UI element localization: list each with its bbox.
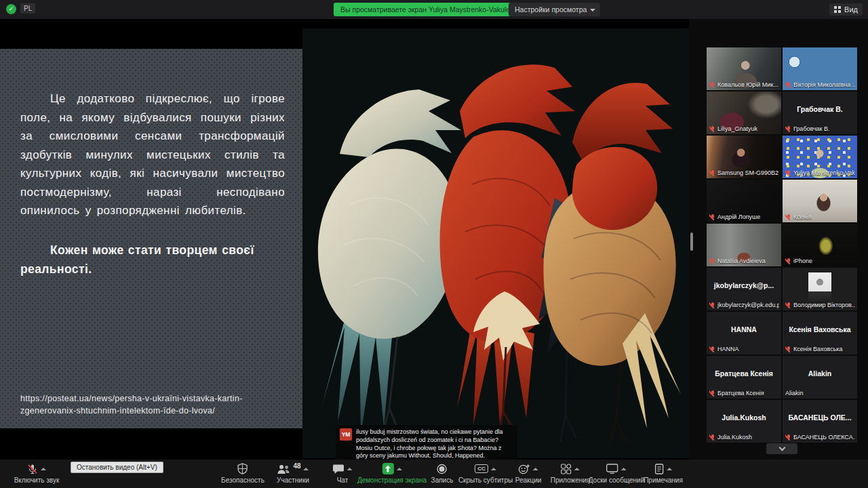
chevron-down-icon <box>590 9 595 12</box>
chevron-up-icon <box>574 468 580 470</box>
slide-roosters-image <box>302 28 689 458</box>
mic-muted-icon <box>785 302 791 308</box>
notes-icon <box>654 463 672 474</box>
notes-button[interactable]: Примечания <box>644 463 683 484</box>
mic-muted-icon <box>785 346 791 352</box>
mic-muted-icon <box>709 125 715 132</box>
grid-view-icon <box>834 6 841 13</box>
participants-icon: 48 <box>277 463 309 474</box>
unmute-button[interactable]: Включить звук <box>9 463 64 484</box>
chat-button[interactable]: Чат <box>333 463 353 484</box>
view-button[interactable]: Вид <box>829 3 863 16</box>
participant-tile[interactable]: Nataliia Avdieieva <box>707 224 781 266</box>
participants-count: 48 <box>293 462 300 470</box>
mic-muted-icon <box>785 125 791 132</box>
live-caption-overlay: YM ilusy buduj mistrzostwo świata, no ci… <box>336 425 517 464</box>
chevron-up-icon <box>41 468 46 470</box>
reactions-button[interactable]: Реакции <box>515 463 542 484</box>
caption-text: ilusy buduj mistrzostwo świata, no cieka… <box>356 428 513 460</box>
share-screen-button[interactable]: Демонстрация экрана <box>357 463 427 484</box>
chevron-up-icon <box>397 468 402 470</box>
record-icon <box>437 463 448 474</box>
screen-viewing-banner: Вы просматриваете экран Yuliya Maystrenk… <box>334 3 528 16</box>
mic-muted-icon <box>785 434 791 441</box>
participant-tile[interactable]: Samsung SM-G990B2 <box>707 136 781 178</box>
slide-emphasis-text: Кожен може стати творцем своєї реальност… <box>20 241 285 279</box>
participant-tile[interactable]: HANNA HANNA <box>707 312 781 354</box>
encryption-shield-icon: ✓ <box>6 4 16 14</box>
chevron-up-icon <box>347 468 353 470</box>
participant-tile[interactable]: iPhone <box>783 224 857 266</box>
slide-text-panel: Це додатково підкреслює, що ігрове поле,… <box>0 49 302 428</box>
mic-muted-icon <box>709 169 715 176</box>
vertical-scrollbar[interactable] <box>690 232 693 251</box>
mic-muted-icon <box>709 434 715 441</box>
participant-tile[interactable]: Ксенія Ваховська Ксенія Ваховська <box>783 312 857 354</box>
participant-tile[interactable]: Братцева Ксенія Братцева Ксенія <box>707 356 781 399</box>
chevron-up-icon <box>491 468 496 470</box>
chevron-up-icon <box>667 468 672 470</box>
mic-muted-icon <box>709 81 715 88</box>
top-bar: ✓ PL Вы просматриваете экран Yuliya Mays… <box>0 0 868 19</box>
chevron-up-icon <box>533 468 538 470</box>
shared-screen-area: Це додатково підкреслює, що ігрове поле,… <box>0 19 689 460</box>
record-button[interactable]: Запись <box>431 463 454 484</box>
stop-video-tooltip: Остановить видео (Alt+V) <box>71 462 163 473</box>
mic-muted-icon <box>709 346 715 352</box>
slide-paragraph: Це додатково підкреслює, що ігрове поле,… <box>20 89 285 220</box>
interpretation-language-badge[interactable]: PL <box>20 3 35 14</box>
mic-muted-icon <box>785 258 791 264</box>
view-options-dropdown[interactable]: Настройки просмотра <box>509 3 600 16</box>
security-button[interactable]: Безопасность <box>221 463 264 484</box>
mic-muted-icon <box>709 258 715 264</box>
participant-tile[interactable]: БАСАНЕЦЬ ОЛЕ... БАСАНЕЦЬ ОЛЕКСА... <box>783 400 857 443</box>
gallery-collapse-button[interactable] <box>766 443 797 454</box>
participant-tile[interactable]: Грабовчак В. Грабовчак В. <box>783 92 857 134</box>
mic-muted-icon <box>785 81 791 88</box>
participant-tile[interactable]: Вікторія Миколаївна ... <box>783 47 857 90</box>
mic-muted-icon <box>709 214 715 220</box>
captions-button[interactable]: CC Скрыть субтитры <box>458 463 513 484</box>
mic-muted-icon <box>785 214 791 220</box>
mic-muted-icon <box>709 390 715 396</box>
slide-body-text: Це додатково підкреслює, що ігрове поле,… <box>20 89 285 279</box>
whiteboards-button[interactable]: Доски сообщений <box>589 463 645 484</box>
shield-icon <box>237 463 248 474</box>
participant-tile[interactable]: Ксенія <box>783 180 857 222</box>
participant-tile-active-speaker[interactable]: Yuliya Maystrenko-Vakul... <box>783 136 857 178</box>
chevron-down-icon <box>778 444 785 451</box>
closed-captions-icon: CC <box>475 464 488 473</box>
whiteboard-icon <box>606 463 627 474</box>
smiley-plus-icon <box>518 463 538 474</box>
mic-muted-icon <box>785 169 791 176</box>
apps-button[interactable]: Приложения <box>551 463 591 484</box>
participant-tile[interactable]: Julia.Kukosh Julia.Kukosh <box>707 400 781 443</box>
slide-source-url: https://posteat.ua/news/persha-v-ukraïni… <box>20 392 286 418</box>
participant-tile[interactable]: Андрій Лопуше <box>707 180 781 222</box>
caption-speaker-avatar: YM <box>340 428 352 441</box>
participants-button[interactable]: 48 Участники <box>277 463 309 484</box>
mic-muted-icon <box>27 463 46 474</box>
mic-muted-icon <box>709 302 715 308</box>
share-screen-icon <box>382 463 394 474</box>
chevron-up-icon <box>621 468 627 470</box>
zoom-meeting-window: ✓ PL Вы просматриваете экран Yuliya Mays… <box>0 0 868 488</box>
chevron-up-icon <box>304 468 309 470</box>
apps-icon <box>561 463 580 474</box>
participant-tile[interactable]: Liliya_Gnatyuk <box>707 92 781 134</box>
participant-tile[interactable]: Aliakin Aliakin <box>783 356 857 399</box>
participant-tile[interactable]: jkobylarczyk@p... jkobylarczyk@pk.edu.pl <box>707 268 781 310</box>
participant-tile[interactable]: Ковальов Юрій Мик... <box>707 47 781 90</box>
participant-tile[interactable]: Володимир Вікторов... <box>783 268 857 310</box>
participants-gallery: Ковальов Юрій Мик... Вікторія Миколаївна… <box>707 47 857 443</box>
chat-bubble-icon <box>333 463 353 474</box>
